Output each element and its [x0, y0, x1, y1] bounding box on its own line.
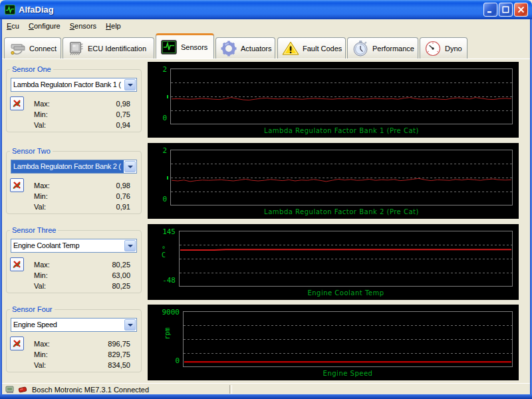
sensor-one-group: Sensor One Lambda Regulaton Factor Bank …	[6, 69, 142, 132]
app-window: AlfaDiag Ecu Configure Sensors Help	[0, 0, 532, 399]
remove-graph-button[interactable]	[10, 178, 24, 192]
y-axis-mid-tick	[167, 176, 168, 180]
group-title: Sensor Three	[10, 226, 58, 234]
max-value: 0,98	[116, 100, 130, 108]
tab-actuators[interactable]: Actuators	[215, 37, 275, 59]
max-label: Max:	[34, 340, 50, 348]
title-bar: AlfaDiag	[0, 0, 532, 19]
tab-performance[interactable]: Performance	[347, 37, 418, 59]
chart-lambda-bank1: 2 0 Lambda Regulaton Factor Bank 1 (Pre …	[148, 62, 519, 138]
sensor-three-select[interactable]: Engine Coolant Temp	[11, 239, 137, 253]
val-label: Val:	[34, 121, 46, 129]
sensor-four-group: Sensor Four Engine Speed Max:896,75 Min:…	[6, 309, 142, 372]
chart-title: Engine Coolant Temp	[179, 289, 513, 297]
menu-ecu[interactable]: Ecu	[2, 21, 24, 31]
val-label: Val:	[34, 361, 46, 369]
chart-lambda-bank2: 2 0 Lambda Regulaton Factor Bank 2 (Pre …	[148, 143, 519, 219]
min-value: 0,76	[116, 192, 130, 200]
tab-ecu-identification[interactable]: ECU Identification	[63, 37, 154, 59]
warning-icon	[281, 40, 300, 57]
val-label: Val:	[34, 203, 46, 211]
max-label: Max:	[34, 261, 50, 269]
chart-title: Engine Speed	[183, 370, 513, 377]
val-value: 834,50	[108, 361, 130, 369]
combo-dropdown-button[interactable]	[124, 79, 136, 90]
chart-engine-speed: 9000 0 rpm Engine Speed	[148, 305, 519, 380]
menu-bar: Ecu Configure Sensors Help	[2, 19, 530, 32]
min-value: 63,00	[112, 271, 130, 279]
harddrive-icon	[8, 40, 27, 57]
tab-connect[interactable]: Connect	[4, 37, 61, 59]
sensor-three-group: Sensor Three Engine Coolant Temp Max:80,…	[6, 230, 142, 293]
y-axis-min: -48	[148, 276, 176, 285]
y-axis-min: 0	[148, 114, 167, 122]
menu-help[interactable]: Help	[101, 21, 126, 31]
device-icon	[5, 385, 15, 394]
max-value: 0,98	[116, 182, 130, 190]
max-value: 896,75	[108, 340, 130, 348]
window-border-left	[0, 17, 2, 399]
group-title: Sensor Two	[10, 147, 53, 155]
remove-graph-button[interactable]	[10, 336, 24, 350]
y-axis-unit: rpm	[164, 324, 171, 344]
stopwatch-icon	[351, 40, 370, 57]
sensor-four-select[interactable]: Engine Speed	[11, 318, 137, 332]
tab-fault-codes[interactable]: Fault Codes	[277, 37, 346, 59]
gauge-icon	[424, 40, 442, 57]
max-value: 80,25	[112, 261, 130, 269]
oscilloscope-icon	[160, 39, 178, 56]
y-axis-unit: °C	[160, 246, 168, 258]
min-label: Min:	[34, 350, 48, 358]
sensor-one-select[interactable]: Lambda Regulaton Factor Bank 1 (	[11, 78, 137, 92]
sensor-two-group: Sensor Two Lambda Regulaton Factor Bank …	[6, 151, 142, 214]
val-value: 0,91	[116, 203, 130, 211]
group-title: Sensor Four	[10, 305, 55, 313]
minimize-button[interactable]	[483, 3, 497, 17]
remove-graph-button[interactable]	[10, 96, 24, 110]
y-axis-max: 9000	[148, 308, 180, 317]
y-axis-max: 2	[148, 146, 167, 155]
y-axis-max: 145	[148, 227, 176, 236]
combo-dropdown-button[interactable]	[124, 240, 136, 251]
sensor-two-select[interactable]: Lambda Regulaton Factor Bank 2 (	[11, 160, 137, 174]
close-button[interactable]	[514, 3, 528, 17]
y-axis-max: 2	[148, 65, 167, 74]
min-label: Min:	[34, 192, 48, 200]
val-label: Val:	[34, 282, 46, 290]
window-border-bottom	[0, 394, 532, 399]
status-bar: Bosch Motronic ME7.3.1 Connected	[2, 383, 530, 395]
menu-sensors[interactable]: Sensors	[65, 21, 101, 31]
group-title: Sensor One	[10, 65, 53, 73]
y-axis-min: 0	[148, 195, 167, 203]
y-axis-min: 0	[148, 356, 180, 365]
tab-dyno[interactable]: Dyno	[420, 37, 467, 59]
status-divider	[229, 385, 232, 394]
val-value: 0,94	[116, 121, 130, 129]
remove-graph-button[interactable]	[10, 257, 24, 271]
min-value: 0,75	[116, 110, 130, 118]
min-label: Min:	[34, 110, 48, 118]
chart-title: Lambda Regulaton Factor Bank 2 (Pre Cat)	[170, 208, 513, 215]
chip-icon	[66, 40, 85, 57]
tab-sensors[interactable]: Sensors	[156, 33, 214, 59]
status-text: Bosch Motronic ME7.3.1 Connected	[32, 386, 149, 394]
val-value: 80,25	[112, 282, 130, 290]
combo-dropdown-button[interactable]	[124, 161, 136, 172]
connection-icon	[18, 385, 28, 394]
maximize-button[interactable]	[499, 3, 513, 17]
max-label: Max:	[34, 182, 50, 190]
chart-coolant-temp: 145 -48 °C Engine Coolant Temp	[148, 224, 519, 300]
chart-title: Lambda Regulaton Factor Bank 1 (Pre Cat)	[170, 127, 513, 134]
min-value: 829,75	[108, 350, 130, 358]
app-icon	[5, 5, 15, 15]
min-label: Min:	[34, 271, 48, 279]
combo-dropdown-button[interactable]	[124, 319, 136, 331]
y-axis-mid-tick	[167, 95, 168, 98]
window-title: AlfaDiag	[19, 5, 54, 15]
max-label: Max:	[34, 100, 50, 108]
menu-configure[interactable]: Configure	[24, 21, 65, 31]
tab-strip: Connect ECU Identification	[2, 32, 530, 59]
gear-icon	[219, 40, 238, 57]
